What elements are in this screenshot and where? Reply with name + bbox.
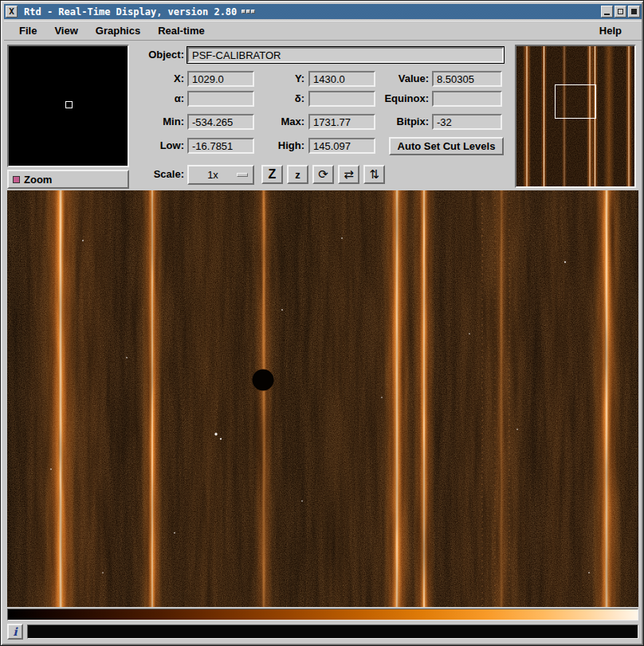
minimize-button[interactable]: [601, 6, 613, 18]
menu-graphics[interactable]: Graphics: [87, 22, 149, 40]
zoom-labelbar: Zoom: [7, 170, 129, 189]
rtd-window: X Rtd - Real-Time Display, version 2.80 …: [0, 0, 644, 646]
delta-input[interactable]: [308, 91, 375, 107]
max-label: Max:: [268, 114, 304, 130]
main-image-canvas: [7, 190, 638, 607]
object-label: Object:: [128, 47, 184, 63]
min-label: Min:: [132, 114, 184, 130]
zoom-color-swatch: [13, 176, 20, 183]
flip-x-icon[interactable]: ⇄: [338, 165, 359, 184]
menu-view[interactable]: View: [45, 22, 86, 40]
zoom-in-button[interactable]: Z: [261, 165, 283, 184]
titlebar-decoration: [242, 10, 255, 14]
statusbar: i: [7, 623, 638, 640]
maximize-button[interactable]: [615, 6, 626, 18]
maximize-icon: [618, 9, 623, 14]
menu-help[interactable]: Help: [591, 22, 630, 40]
menu-realtime[interactable]: Real-time: [149, 22, 214, 40]
status-progress-strip: [27, 624, 638, 639]
y-label: Y:: [268, 71, 304, 87]
pan-window[interactable]: [515, 45, 636, 188]
scale-label: Scale:: [132, 166, 184, 182]
info-button[interactable]: i: [7, 624, 23, 640]
low-label: Low:: [132, 138, 184, 154]
bitpix-label: Bitpix:: [381, 114, 429, 130]
max-input[interactable]: [308, 114, 375, 130]
alpha-input[interactable]: [187, 91, 254, 107]
pan-image-thumbnail: [516, 46, 634, 186]
value-input[interactable]: [432, 71, 502, 87]
x-input[interactable]: [187, 71, 254, 87]
close-icon: [631, 9, 637, 14]
scale-value: 1x: [189, 169, 237, 181]
zoom-label: Zoom: [24, 174, 52, 186]
high-label: High:: [268, 138, 304, 154]
zoom-window[interactable]: [7, 45, 129, 167]
menu-file[interactable]: File: [10, 22, 45, 40]
rotate-icon[interactable]: ⟳: [312, 165, 334, 184]
colorbar[interactable]: [7, 609, 638, 621]
y-input[interactable]: [308, 71, 375, 87]
delta-label: δ:: [268, 91, 304, 107]
zoom-out-button[interactable]: z: [287, 165, 308, 184]
equinox-input[interactable]: [432, 91, 502, 107]
flip-y-icon[interactable]: ⇅: [363, 165, 385, 184]
main-image-view[interactable]: [7, 190, 638, 607]
high-input[interactable]: [308, 138, 375, 154]
equinox-label: Equinox:: [381, 91, 429, 107]
close-button[interactable]: [628, 6, 640, 18]
min-input[interactable]: [187, 114, 254, 130]
low-input[interactable]: [187, 138, 254, 154]
window-title: Rtd - Real-Time Display, version 2.80: [24, 6, 237, 18]
menubar: File View Graphics Real-time Help: [4, 21, 642, 41]
alpha-label: α:: [132, 91, 184, 107]
object-input[interactable]: [187, 47, 504, 63]
bitpix-input[interactable]: [432, 114, 502, 130]
window-icon[interactable]: X: [6, 6, 18, 18]
option-menu-indicator-icon: [237, 173, 248, 177]
minimize-icon: [604, 14, 610, 15]
value-label: Value:: [381, 71, 429, 87]
zoom-pixel-marker: [65, 101, 73, 108]
titlebar[interactable]: X Rtd - Real-Time Display, version 2.80: [4, 4, 642, 19]
black-blob-marker: [253, 370, 274, 391]
scale-option-menu[interactable]: 1x: [187, 165, 254, 185]
x-label: X:: [132, 71, 184, 87]
auto-set-cut-levels-button[interactable]: Auto Set Cut Levels: [389, 137, 504, 155]
